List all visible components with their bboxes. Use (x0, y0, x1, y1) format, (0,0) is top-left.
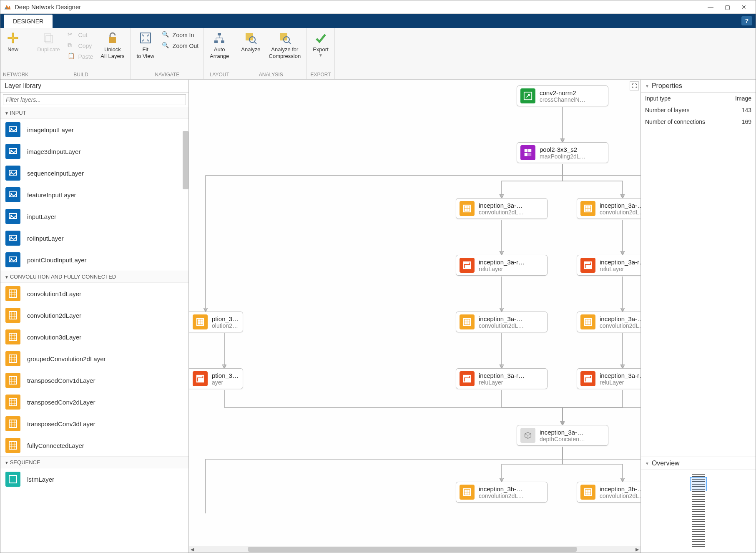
layer-node[interactable]: inception_3a-r…reluLayer (456, 368, 548, 389)
layer-node[interactable]: inception_3a-…convolution2dL… (577, 198, 640, 219)
svg-rect-32 (9, 398, 17, 406)
cut-button[interactable]: ✂Cut (65, 30, 96, 40)
fit-to-view-button[interactable]: Fit to View (133, 30, 157, 61)
layer-node[interactable]: inception_3a-…convolution2dL… (456, 312, 548, 332)
layer-type-icon (5, 308, 20, 323)
maximize-button[interactable]: ▢ (719, 1, 736, 13)
copy-button[interactable]: ⧉Copy (65, 40, 96, 51)
tab-designer[interactable]: DESIGNER (4, 15, 53, 28)
layer-node[interactable]: inception_3a-r…reluLayer (456, 255, 548, 276)
overview-viewport[interactable] (690, 477, 707, 491)
analyze-button[interactable]: Analyze (238, 30, 264, 55)
layer-node[interactable]: inception_3a-r…reluLayer (577, 255, 640, 276)
layer-item[interactable]: transposedConv2dLayer (0, 391, 188, 413)
property-row: Number of connections169 (641, 116, 756, 128)
zoom-in-button[interactable]: 🔍Zoom In (159, 30, 201, 40)
layer-item[interactable]: groupedConvolution2dLayer (0, 348, 188, 370)
node-type-icon (520, 145, 535, 160)
layer-type-icon (5, 373, 20, 388)
layer-section-header[interactable]: CONVOLUTION AND FULLY CONNECTED (0, 271, 188, 283)
layer-node[interactable]: inception_3b-…convolution2dL… (456, 482, 548, 503)
node-title: inception_3a-r… (479, 259, 525, 266)
layer-item[interactable]: transposedConv3dLayer (0, 413, 188, 435)
svg-rect-6 (221, 40, 224, 43)
zoom-out-button[interactable]: 🔍Zoom Out (159, 40, 201, 51)
overview-panel: ▼Overview (641, 457, 756, 553)
svg-rect-38 (528, 149, 531, 152)
layer-item[interactable]: inputLayer (0, 206, 188, 227)
help-button[interactable]: ? (741, 16, 752, 25)
layer-node[interactable]: pool2-3x3_s2maxPooling2dL… (517, 142, 608, 163)
filter-layers-input[interactable] (3, 94, 186, 105)
layer-item[interactable]: pointCloudInputLayer (0, 249, 188, 271)
layer-section-header[interactable]: INPUT (0, 107, 188, 119)
duplicate-button[interactable]: Duplicate (34, 30, 63, 55)
overview-minimap[interactable] (692, 474, 705, 549)
layer-item[interactable]: convolution3dLayer (0, 326, 188, 348)
node-subtitle: crossChannelN… (540, 96, 585, 103)
node-title: inception_3a-… (540, 429, 585, 436)
layer-item[interactable]: fullyConnectedLayer (0, 435, 188, 456)
layer-item[interactable]: image3dInputLayer (0, 141, 188, 162)
node-type-icon (580, 314, 595, 329)
export-button[interactable]: Export ▼ (309, 30, 332, 60)
node-title: inception_3a-r… (600, 259, 640, 266)
layer-item[interactable]: sequenceInputLayer (0, 162, 188, 184)
close-button[interactable]: ✕ (736, 1, 752, 13)
auto-arrange-button[interactable]: Auto Arrange (206, 30, 232, 61)
minimize-button[interactable]: — (702, 1, 719, 13)
svg-rect-1 (46, 35, 53, 43)
layer-item[interactable]: roiInputLayer (0, 227, 188, 249)
check-icon (314, 31, 327, 45)
layer-node[interactable]: ption_3a-…olution2dL… (189, 312, 243, 332)
layer-item-label: imageInputLayer (27, 126, 74, 133)
node-type-icon (460, 201, 475, 216)
node-type-icon (193, 371, 208, 386)
window-title: Deep Network Designer (15, 3, 702, 10)
ribbon: New NETWORK Duplicate ✂Cut ⧉Copy 📋Paste … (0, 28, 756, 80)
layer-section-header[interactable]: SEQUENCE (0, 456, 188, 468)
svg-rect-37 (525, 149, 527, 152)
node-subtitle: convolution2dL… (600, 209, 640, 216)
layer-item-label: transposedConv2dLayer (27, 399, 95, 406)
paste-button[interactable]: 📋Paste (65, 51, 96, 62)
scroll-left-icon[interactable]: ◀ (189, 547, 196, 552)
scroll-right-icon[interactable]: ▶ (634, 547, 640, 552)
node-title: inception_3a-… (600, 315, 640, 322)
layer-type-icon (5, 209, 20, 224)
layer-item-label: groupedConvolution2dLayer (27, 355, 105, 362)
layer-node[interactable]: inception_3a-…convolution2dL… (577, 312, 640, 332)
svg-line-12 (289, 42, 291, 44)
layer-type-icon (5, 351, 20, 366)
layer-node[interactable]: inception_3a-…convolution2dL… (456, 198, 548, 219)
analyze-compression-button[interactable]: Analyze for Compression (266, 30, 304, 61)
layer-item[interactable]: convolution1dLayer (0, 283, 188, 304)
layer-node[interactable]: inception_3b-…convolution2dL… (577, 482, 640, 503)
node-title: inception_3a-r… (600, 372, 640, 379)
layer-item-label: inputLayer (27, 213, 56, 220)
layer-item-label: roiInputLayer (27, 235, 64, 242)
scrollbar-thumb[interactable] (183, 131, 188, 189)
layer-type-icon (5, 122, 20, 137)
overview-title: ▼Overview (641, 457, 756, 470)
layer-item[interactable]: convolution2dLayer (0, 304, 188, 326)
ribbon-group-label: NAVIGATE (133, 71, 201, 78)
layer-item[interactable]: lstmLayer (0, 468, 188, 490)
layer-list[interactable]: INPUTimageInputLayerimage3dInputLayerseq… (0, 107, 188, 553)
node-type-icon (520, 88, 535, 103)
copy-icon: ⧉ (68, 42, 76, 50)
layer-item[interactable]: transposedConv1dLayer (0, 370, 188, 391)
layer-node[interactable]: ption_3a-r…ayer (189, 368, 243, 389)
layer-node[interactable]: inception_3a-…depthConcaten… (517, 425, 608, 446)
node-type-icon (193, 314, 208, 329)
layer-node[interactable]: inception_3a-r…reluLayer (577, 368, 640, 389)
scrollbar-thumb[interactable] (248, 547, 577, 552)
layer-node[interactable]: conv2-norm2crossChannelN… (517, 85, 608, 106)
design-canvas[interactable]: ⛶ conv2-norm2crossChannelN…pool2-3x3_s2m… (189, 80, 640, 553)
layer-type-icon (5, 144, 20, 159)
layer-item[interactable]: imageInputLayer (0, 119, 188, 141)
new-button[interactable]: New (3, 30, 23, 55)
layer-item[interactable]: featureInputLayer (0, 184, 188, 206)
unlock-all-button[interactable]: Unlock All Layers (97, 30, 128, 61)
canvas-hscroll[interactable]: ◀ ▶ (189, 546, 640, 553)
